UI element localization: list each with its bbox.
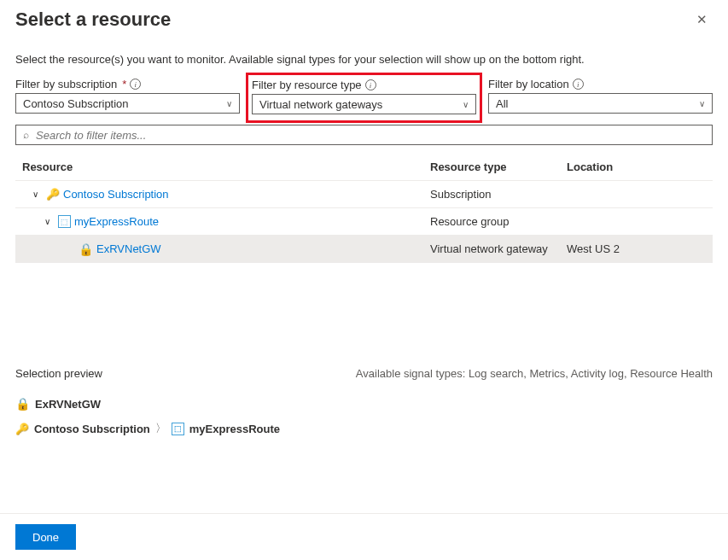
chevron-down-icon: ∨ — [463, 100, 469, 109]
key-icon: 🔑 — [15, 423, 29, 435]
info-icon[interactable]: i — [365, 79, 376, 90]
resource-type-cell: Virtual network gateway — [430, 242, 567, 255]
table-row[interactable]: ∨ ⬚ myExpressRoute Resource group — [15, 208, 713, 236]
chevron-down-icon: ∨ — [226, 99, 232, 108]
column-resource: Resource — [22, 160, 430, 173]
close-icon[interactable]: ✕ — [693, 9, 711, 31]
resource-group-icon: ⬚ — [58, 215, 71, 228]
resource-type-cell: Resource group — [430, 215, 567, 228]
search-input[interactable] — [34, 128, 705, 143]
filter-location-label: Filter by location — [488, 78, 569, 90]
filter-resource-type-group: Filter by resource type i Virtual networ… — [252, 78, 476, 114]
resource-name[interactable]: myExpressRoute — [74, 215, 159, 228]
done-button[interactable]: Done — [15, 524, 76, 550]
selected-resource: 🔒 ExRVNetGW — [15, 397, 713, 411]
filter-resource-type-dropdown[interactable]: Virtual network gateways ∨ — [252, 94, 476, 114]
breadcrumb-item: Contoso Subscription — [34, 423, 150, 435]
filter-subscription-label: Filter by subscription — [15, 78, 117, 90]
filter-subscription-dropdown[interactable]: Contoso Subscription ∨ — [15, 93, 240, 114]
filter-location-group: Filter by location i All ∨ — [488, 78, 713, 114]
filter-location-value: All — [496, 97, 508, 110]
selection-preview-title: Selection preview — [15, 367, 102, 380]
filter-subscription-group: Filter by subscription* i Contoso Subscr… — [15, 78, 240, 114]
breadcrumb-separator-icon: 〉 — [155, 421, 166, 436]
column-type: Resource type — [430, 160, 567, 173]
highlight-box: Filter by resource type i Virtual networ… — [246, 73, 482, 123]
column-location: Location — [567, 160, 706, 173]
table-row[interactable]: 🔒 ExRVNetGW Virtual network gateway West… — [15, 236, 713, 263]
chevron-down-icon: ∨ — [699, 99, 705, 108]
resource-group-icon: ⬚ — [172, 423, 184, 435]
key-icon: 🔑 — [46, 188, 60, 201]
filter-subscription-value: Contoso Subscription — [23, 97, 129, 110]
search-icon: ⌕ — [23, 129, 29, 141]
breadcrumb: 🔑 Contoso Subscription 〉 ⬚ myExpressRout… — [15, 421, 713, 436]
subtitle-text: Select the resource(s) you want to monit… — [0, 31, 728, 78]
expand-caret-icon[interactable]: ∨ — [44, 217, 55, 226]
resource-name[interactable]: Contoso Subscription — [63, 188, 169, 201]
resource-table: Resource Resource type Location ∨ 🔑 Cont… — [15, 155, 713, 263]
resource-name[interactable]: ExRVNetGW — [96, 242, 161, 255]
table-row[interactable]: ∨ 🔑 Contoso Subscription Subscription — [15, 181, 713, 208]
resource-type-cell: Subscription — [430, 188, 567, 201]
info-icon[interactable]: i — [130, 79, 141, 90]
selected-resource-name: ExRVNetGW — [35, 398, 101, 411]
search-input-container[interactable]: ⌕ — [15, 125, 713, 145]
signal-types-text: Available signal types: Log search, Metr… — [356, 367, 713, 380]
required-asterisk: * — [122, 78, 126, 90]
filter-resource-type-label: Filter by resource type — [252, 79, 362, 91]
filter-location-dropdown[interactable]: All ∨ — [488, 93, 713, 114]
filter-resource-type-value: Virtual network gateways — [259, 98, 382, 111]
breadcrumb-item: myExpressRoute — [189, 423, 280, 435]
gateway-icon: 🔒 — [79, 242, 93, 256]
expand-caret-icon[interactable]: ∨ — [32, 190, 43, 199]
gateway-icon: 🔒 — [15, 397, 30, 411]
info-icon[interactable]: i — [573, 79, 584, 90]
page-title: Select a resource — [15, 9, 171, 31]
resource-location-cell: West US 2 — [567, 242, 706, 255]
